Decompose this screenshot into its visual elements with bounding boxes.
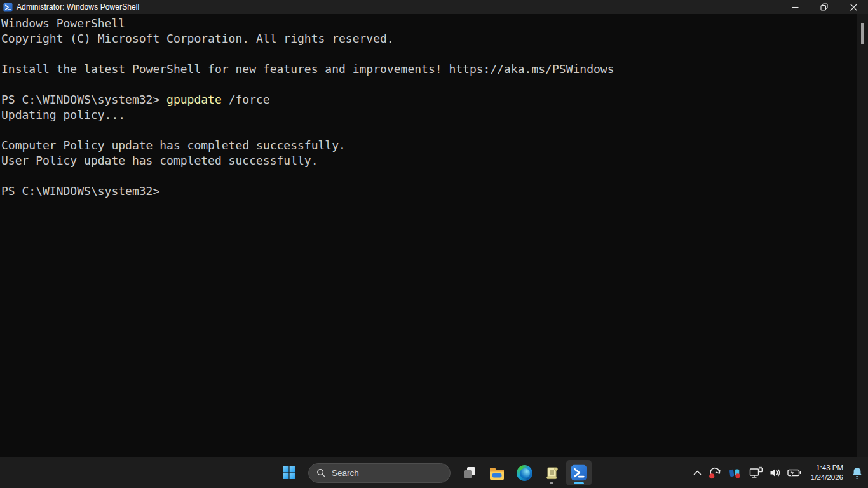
search-placeholder: Search: [332, 468, 359, 478]
terminal-line: Copyright (C) Microsoft Corporation. All…: [1, 31, 857, 46]
terminal-line: [1, 77, 857, 92]
terminal-line: Updating policy...: [1, 107, 857, 123]
powershell-icon: [571, 464, 587, 481]
active-indicator: [574, 482, 584, 484]
terminal-text: Copyright (C) Microsoft Corporation. All…: [1, 32, 394, 45]
system-tray: 1:43 PM 1/24/2026: [689, 458, 867, 488]
terminal-text: Windows PowerShell: [1, 17, 125, 30]
window-title: Administrator: Windows PowerShell: [17, 3, 139, 11]
powershell-icon: [3, 3, 13, 12]
start-button[interactable]: [276, 460, 302, 485]
file-explorer-icon: [489, 464, 505, 481]
edge-button[interactable]: [512, 460, 537, 485]
close-button[interactable]: [839, 0, 868, 14]
volume-icon: [769, 466, 782, 479]
terminal-text: /force: [222, 93, 270, 106]
chevron-up-icon: [693, 469, 702, 477]
update-restart-icon: [709, 466, 722, 480]
titlebar[interactable]: Administrator: Windows PowerShell: [0, 0, 868, 14]
terminal-text: PS C:\WINDOWS\system32>: [1, 184, 159, 198]
terminal-text: PS C:\WINDOWS\system32>: [1, 93, 166, 106]
terminal-line: User Policy update has completed success…: [1, 153, 857, 168]
tray-overflow-button[interactable]: [689, 460, 705, 485]
group-policy-scroll-icon: [544, 465, 559, 480]
windows-logo-icon: [281, 465, 297, 480]
terminal-output[interactable]: Windows PowerShellCopyright (C) Microsof…: [0, 14, 857, 458]
notification-bell-icon: [851, 466, 864, 480]
terminal-text: Computer Policy update has completed suc…: [1, 139, 346, 152]
restore-icon: [820, 3, 828, 11]
app-notification-tray-button[interactable]: [725, 460, 745, 485]
terminal-line: Install the latest PowerShell for new fe…: [1, 62, 857, 77]
terminal-line: Windows PowerShell: [1, 16, 857, 31]
terminal-text: Install the latest PowerShell for new fe…: [1, 62, 614, 76]
scrollbar-thumb[interactable]: [861, 23, 864, 44]
terminal-command-text: gpupdate: [166, 93, 222, 106]
clock-date: 1/24/2026: [811, 473, 843, 482]
terminal-line: [1, 123, 857, 138]
clock[interactable]: 1:43 PM 1/24/2026: [806, 463, 848, 482]
notification-center-button[interactable]: [848, 460, 867, 485]
app-notification-icon: [728, 466, 742, 480]
terminal-text: User Policy update has completed success…: [1, 154, 318, 167]
edge-icon: [517, 465, 532, 481]
terminal-line: [1, 46, 857, 62]
battery-charging-icon: [787, 467, 802, 478]
terminal-line: [1, 168, 857, 184]
task-view-button[interactable]: [457, 460, 482, 485]
running-indicator: [550, 482, 553, 484]
quick-settings-button[interactable]: [745, 460, 806, 485]
file-explorer-button[interactable]: [484, 460, 510, 485]
terminal-text: Updating policy...: [1, 108, 125, 121]
close-icon: [850, 4, 857, 11]
restore-button[interactable]: [810, 0, 839, 14]
taskbar-center: Search: [276, 458, 592, 488]
powershell-taskbar-button[interactable]: [566, 460, 592, 485]
update-restart-tray-button[interactable]: [705, 460, 725, 485]
terminal-line: PS C:\WINDOWS\system32> gpupdate /force: [1, 92, 857, 107]
terminal-scrollbar[interactable]: [857, 14, 868, 458]
task-view-icon: [462, 465, 477, 480]
minimize-icon: [792, 4, 799, 11]
taskbar: Search: [0, 458, 868, 488]
terminal-line: Computer Policy update has completed suc…: [1, 138, 857, 153]
window-controls: [780, 0, 868, 14]
desktop: Administrator: Windows PowerShell Window…: [0, 0, 868, 488]
group-policy-editor-button[interactable]: [539, 460, 564, 485]
terminal-line: PS C:\WINDOWS\system32>: [1, 184, 857, 199]
search-icon: [316, 468, 326, 478]
ethernet-icon: [749, 466, 763, 479]
clock-time: 1:43 PM: [811, 463, 843, 473]
search-input[interactable]: Search: [308, 463, 451, 483]
minimize-button[interactable]: [780, 0, 810, 14]
